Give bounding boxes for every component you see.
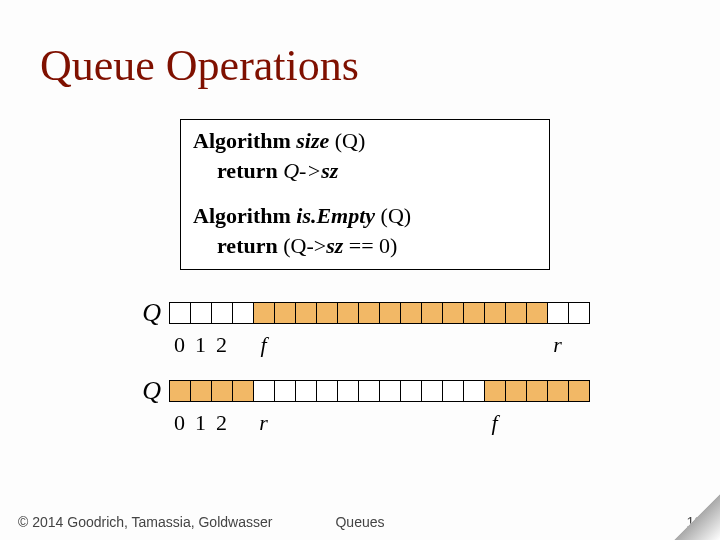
index-label-r: r	[253, 412, 274, 434]
array-cell	[337, 380, 359, 402]
fn-isempty: is.Empty	[296, 203, 375, 228]
array-cell	[232, 302, 254, 324]
array-cell	[505, 302, 527, 324]
array-cell	[442, 302, 464, 324]
array-cell	[547, 302, 569, 324]
array-cell	[400, 380, 422, 402]
index-label-2: 2	[211, 412, 232, 434]
array-cell	[295, 380, 317, 402]
array-cell	[253, 380, 275, 402]
array-cell	[358, 380, 380, 402]
array-cell	[169, 380, 191, 402]
array-cell	[190, 302, 212, 324]
array-cell	[463, 380, 485, 402]
array-cell	[295, 302, 317, 324]
expr-sz-2: sz	[326, 233, 343, 258]
array-cell	[169, 302, 191, 324]
array-cell	[232, 380, 254, 402]
array-cell	[358, 302, 380, 324]
index-label-0: 0	[169, 334, 190, 356]
cells-2	[169, 380, 590, 402]
cells-1	[169, 302, 590, 324]
array-cell	[421, 380, 443, 402]
labels-2: 012rf	[169, 412, 680, 434]
index-label-f: f	[484, 412, 505, 434]
array-cell	[190, 380, 212, 402]
algo-isempty-header: Algorithm is.Empty (Q)	[193, 201, 537, 231]
footer-topic: Queues	[18, 514, 702, 530]
fn-size-arg: (Q)	[335, 128, 366, 153]
array-cell	[484, 380, 506, 402]
page-title: Queue Operations	[40, 40, 680, 91]
index-label-f: f	[253, 334, 274, 356]
fn-size: size	[296, 128, 329, 153]
array-cell	[421, 302, 443, 324]
kw-algorithm: Algorithm	[193, 128, 291, 153]
array-cell	[253, 302, 275, 324]
index-label-2: 2	[211, 334, 232, 356]
footer: © 2014 Goodrich, Tamassia, Goldwasser Qu…	[18, 514, 702, 530]
fn-isempty-arg: (Q)	[381, 203, 412, 228]
index-label-r: r	[547, 334, 568, 356]
algorithm-box: Algorithm size (Q) return Q->sz Algorith…	[180, 119, 550, 270]
index-label-1: 1	[190, 334, 211, 356]
array-cell	[316, 302, 338, 324]
index-label-1: 1	[190, 412, 211, 434]
array-cell	[379, 302, 401, 324]
kw-return: return	[217, 158, 278, 183]
array-cell	[568, 302, 590, 324]
algo-size-return: return Q->sz	[193, 156, 537, 186]
array-cell	[463, 302, 485, 324]
array-cell	[211, 302, 233, 324]
queue-diagram-2: Q 012rf	[135, 376, 680, 434]
array-cell	[337, 302, 359, 324]
algo-size-header: Algorithm size (Q)	[193, 126, 537, 156]
q-label-1: Q	[135, 298, 169, 328]
expr-q-arrow: Q->	[283, 158, 321, 183]
array-cell	[547, 380, 569, 402]
labels-1: 012fr	[169, 334, 680, 356]
algo-isempty-return: return (Q->sz == 0)	[193, 231, 537, 261]
array-cell	[274, 302, 296, 324]
kw-algorithm-2: Algorithm	[193, 203, 291, 228]
array-cell	[316, 380, 338, 402]
expr-sz: sz	[321, 158, 338, 183]
expr-close: == 0)	[343, 233, 397, 258]
kw-return-2: return	[217, 233, 278, 258]
array-cell	[379, 380, 401, 402]
array-cell	[442, 380, 464, 402]
array-cell	[400, 302, 422, 324]
array-cell	[274, 380, 296, 402]
expr-open: (Q->	[283, 233, 326, 258]
array-cell	[526, 380, 548, 402]
array-cell	[526, 302, 548, 324]
array-cell	[568, 380, 590, 402]
array-cell	[211, 380, 233, 402]
q-label-2: Q	[135, 376, 169, 406]
array-cell	[505, 380, 527, 402]
queue-diagram-1: Q 012fr	[135, 298, 680, 356]
index-label-0: 0	[169, 412, 190, 434]
array-cell	[484, 302, 506, 324]
